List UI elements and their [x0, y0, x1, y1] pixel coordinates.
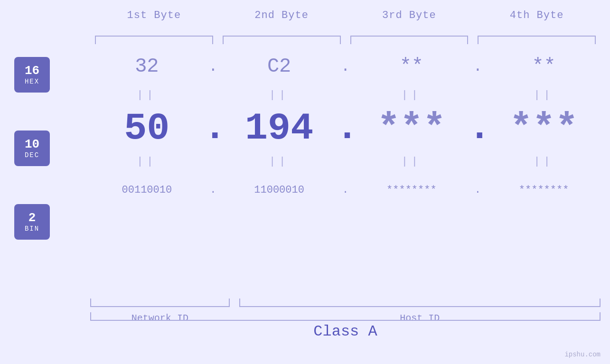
dec-dot2: .	[336, 109, 355, 147]
byte2-header: 2nd Byte	[218, 9, 346, 21]
bin-byte3: ********	[355, 184, 469, 196]
eq1-b4: ||	[487, 89, 601, 101]
eq1-b3: ||	[355, 89, 469, 101]
hex-dot1: .	[204, 58, 223, 75]
dec-row: 50 . 194 . *** . ***	[90, 104, 601, 152]
watermark: ipshu.com	[564, 351, 601, 358]
hex-dot2: .	[336, 58, 355, 75]
network-bracket	[90, 299, 230, 307]
bin-dot2: .	[336, 184, 355, 196]
dec-byte1: 50	[90, 107, 204, 150]
eq2-b3: ||	[355, 156, 469, 168]
bin-dot3: .	[468, 184, 487, 196]
byte4-header: 4th Byte	[473, 9, 601, 21]
eq2-b1: ||	[90, 156, 204, 168]
bracket-byte2	[223, 36, 341, 44]
top-brackets	[90, 36, 601, 44]
dec-byte3: ***	[355, 107, 469, 150]
data-rows: 32 . C2 . ** . ** || || || ||	[90, 47, 601, 209]
dec-badge-label: DEC	[25, 151, 39, 159]
equals-row-1: || || || ||	[90, 85, 601, 104]
hex-row: 32 . C2 . ** . **	[90, 47, 601, 85]
eq2-b4: ||	[487, 156, 601, 168]
dec-badge-num: 10	[25, 138, 39, 151]
byte-headers: 1st Byte 2nd Byte 3rd Byte 4th Byte	[90, 9, 601, 21]
class-bracket-line	[90, 312, 601, 321]
hex-byte2: C2	[223, 55, 336, 78]
byte3-header: 3rd Byte	[346, 9, 473, 21]
dec-byte2: 194	[223, 107, 336, 150]
bin-byte1: 00110010	[90, 184, 204, 196]
bottom-brackets	[90, 299, 601, 307]
dec-dot3: .	[468, 109, 487, 147]
host-bracket	[239, 299, 601, 307]
dec-dot1: .	[204, 109, 223, 147]
bracket-byte4	[478, 36, 596, 44]
class-label: Class A	[90, 323, 601, 340]
bracket-byte3	[350, 36, 469, 44]
dec-badge: 10 DEC	[14, 131, 50, 166]
bin-badge-label: BIN	[25, 225, 39, 233]
eq1-b2: ||	[223, 89, 336, 101]
bin-byte2: 11000010	[223, 184, 336, 196]
hex-byte3: **	[355, 55, 469, 78]
badges: 16 HEX 10 DEC 2 BIN	[14, 57, 50, 240]
bin-row: 00110010 . 11000010 . ******** . *******…	[90, 171, 601, 209]
hex-dot3: .	[468, 58, 487, 75]
bin-byte4: ********	[487, 184, 601, 196]
equals-row-2: || || || ||	[90, 152, 601, 171]
class-bracket-wrap: Class A	[90, 312, 601, 340]
hex-badge: 16 HEX	[14, 57, 50, 93]
hex-byte1: 32	[90, 55, 204, 78]
bin-badge-num: 2	[28, 211, 36, 225]
eq1-b1: ||	[90, 89, 204, 101]
eq2-b2: ||	[223, 156, 336, 168]
byte1-header: 1st Byte	[90, 9, 218, 21]
main-container: 1st Byte 2nd Byte 3rd Byte 4th Byte 16 H…	[0, 0, 610, 364]
bin-badge: 2 BIN	[14, 204, 50, 240]
bracket-byte1	[95, 36, 213, 44]
dec-byte4: ***	[487, 107, 601, 150]
hex-badge-label: HEX	[25, 78, 39, 85]
hex-byte4: **	[487, 55, 601, 78]
hex-badge-num: 16	[25, 64, 39, 78]
bin-dot1: .	[204, 184, 223, 196]
